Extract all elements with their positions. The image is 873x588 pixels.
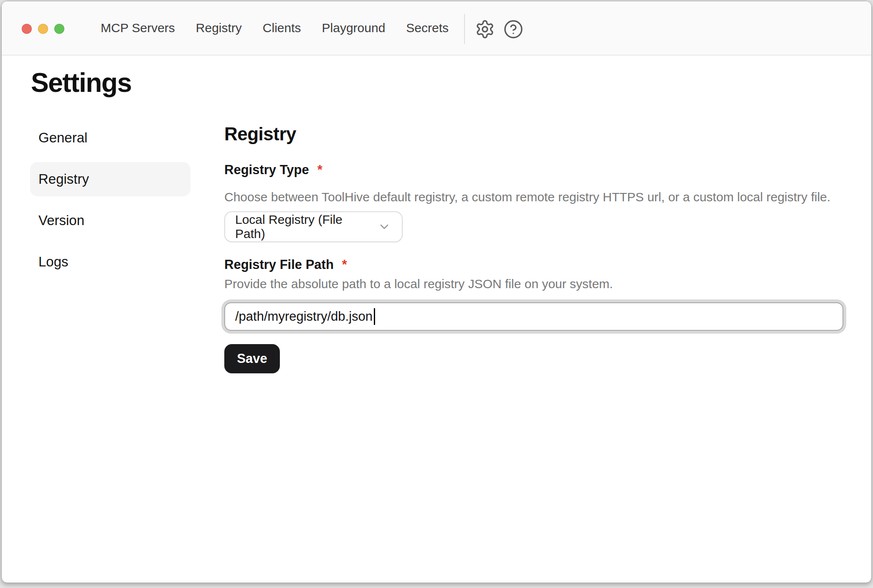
registry-type-description: Choose between ToolHive default registry… (224, 189, 843, 205)
sidebar-item-logs[interactable]: Logs (30, 245, 190, 279)
registry-type-select[interactable]: Local Registry (File Path) (224, 211, 403, 242)
sidebar-item-registry[interactable]: Registry (30, 162, 190, 196)
registry-settings-panel: Registry Registry Type * Choose between … (224, 122, 843, 373)
nav-divider (464, 14, 465, 44)
registry-file-path-description: Provide the absolute path to a local reg… (224, 276, 843, 292)
required-asterisk: * (317, 162, 322, 178)
sidebar-item-label: Registry (38, 171, 89, 187)
registry-type-selected-value: Local Registry (File Path) (235, 213, 369, 241)
sidebar-item-version[interactable]: Version (30, 203, 190, 238)
chevron-down-icon (378, 220, 391, 233)
required-asterisk: * (342, 256, 347, 273)
text-cursor (374, 308, 375, 325)
window-controls (22, 24, 64, 34)
sidebar-item-label: Logs (38, 254, 69, 270)
registry-file-path-input[interactable]: /path/myregistry/db.json (224, 302, 843, 331)
registry-file-path-value: /path/myregistry/db.json (235, 309, 373, 324)
save-button[interactable]: Save (224, 344, 280, 373)
sidebar-item-label: Version (38, 213, 84, 228)
page-title: Settings (31, 66, 131, 99)
zoom-window-button[interactable] (54, 24, 64, 34)
help-circle-icon[interactable] (503, 19, 523, 39)
field-label-text: Registry Type (224, 162, 309, 178)
registry-file-path-label: Registry File Path * (224, 256, 843, 273)
nav-item-playground[interactable]: Playground (322, 21, 386, 35)
close-window-button[interactable] (22, 24, 32, 34)
sidebar-item-label: General (38, 130, 87, 146)
app-window: MCP Servers Registry Clients Playground … (1, 1, 872, 583)
registry-type-label: Registry Type * (224, 162, 843, 178)
nav-item-registry[interactable]: Registry (196, 21, 242, 35)
settings-sidebar: General Registry Version Logs (30, 121, 190, 286)
top-navigation: MCP Servers Registry Clients Playground … (101, 1, 449, 55)
minimize-window-button[interactable] (38, 24, 48, 34)
field-label-text: Registry File Path (224, 256, 334, 273)
section-heading: Registry (224, 122, 843, 146)
sidebar-item-general[interactable]: General (30, 121, 190, 155)
nav-item-clients[interactable]: Clients (263, 21, 301, 35)
nav-item-mcp-servers[interactable]: MCP Servers (101, 21, 175, 35)
nav-item-secrets[interactable]: Secrets (406, 21, 449, 35)
settings-gear-icon[interactable] (475, 19, 495, 39)
titlebar: MCP Servers Registry Clients Playground … (2, 1, 871, 56)
